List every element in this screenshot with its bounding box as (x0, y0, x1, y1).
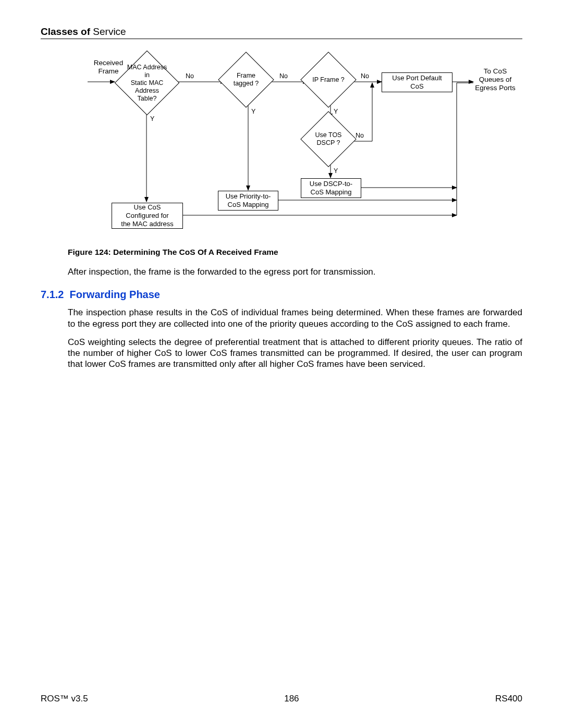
paragraph-2: CoS weighting selects the degree of pref… (68, 337, 522, 370)
decision-ip-frame: IP Frame ? (300, 52, 356, 107)
section-heading: 7.1.2 Forwarding Phase (41, 289, 522, 301)
box-priority-map: Use Priority-to-CoS Mapping (218, 191, 278, 211)
decision-tos-dscp: Use TOSDSCP ? (300, 111, 356, 167)
box-mac-cos: Use CoSConfigured forthe MAC address (112, 203, 183, 229)
edge-tag-yes: Y (251, 108, 255, 116)
header-rest: Service (90, 26, 126, 37)
decision-tag-text: Frametagged ? (227, 60, 265, 99)
edge-tag-no: No (279, 72, 288, 80)
box-dscp-map: Use DSCP-to-CoS Mapping (301, 178, 361, 198)
edge-ip-no: No (361, 72, 369, 80)
edge-ip-yes: Y (334, 108, 338, 116)
page-header: Classes of Service (41, 26, 522, 39)
paragraph-1: The inspection phase results in the CoS … (68, 307, 522, 329)
header-bold: Classes of (41, 26, 90, 37)
box-port-default: Use Port DefaultCoS (382, 72, 452, 92)
decision-tos-text: Use TOSDSCP ? (309, 120, 348, 158)
flowchart: ReceivedFrame MAC Address inStatic MAC A… (62, 48, 520, 236)
footer-center: 186 (284, 694, 299, 704)
end-label: To CoSQueues ofEgress Ports (471, 67, 519, 93)
section-number: 7.1.2 (41, 289, 64, 300)
decision-frame-tagged: Frametagged ? (218, 52, 274, 107)
section-title: Forwarding Phase (70, 289, 160, 300)
edge-mac-no: No (186, 72, 194, 80)
decision-mac-text: MAC Address inStatic MAC AddressTable? (125, 60, 169, 105)
footer-left: ROS™ v3.5 (41, 694, 88, 704)
edge-tos-yes: Y (334, 167, 338, 175)
decision-mac: MAC Address inStatic MAC AddressTable? (115, 51, 179, 115)
decision-ip-text: IP Frame ? (309, 60, 348, 99)
figure-caption: Figure 124: Determining The CoS Of A Rec… (68, 248, 522, 257)
edge-tos-no: No (356, 132, 364, 140)
edge-mac-yes: Y (150, 115, 154, 123)
page-footer: ROS™ v3.5 186 RS400 (41, 694, 522, 704)
paragraph-after-figure: After inspection, the frame is the forwa… (68, 266, 522, 277)
start-label: ReceivedFrame (88, 59, 129, 76)
footer-right: RS400 (495, 694, 522, 704)
